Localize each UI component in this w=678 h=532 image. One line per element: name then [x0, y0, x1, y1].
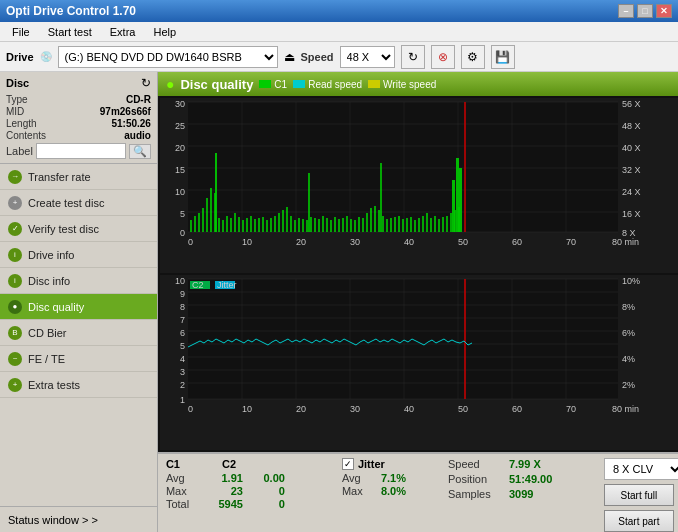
svg-rect-42 — [286, 207, 288, 232]
sidebar-item-disc-info[interactable]: i Disc info — [0, 268, 157, 294]
menu-help[interactable]: Help — [145, 24, 184, 40]
avg-c1: 1.91 — [205, 472, 243, 484]
disc-label-input[interactable] — [36, 143, 126, 159]
close-button[interactable]: ✕ — [656, 4, 672, 18]
menu-extra[interactable]: Extra — [102, 24, 144, 40]
extra-tests-icon: + — [8, 378, 22, 392]
status-window-row[interactable]: Status window > > — [0, 506, 157, 532]
svg-text:80 min: 80 min — [612, 404, 639, 414]
sidebar-item-fe-te[interactable]: ~ FE / TE — [0, 346, 157, 372]
verify-test-disc-label: Verify test disc — [28, 223, 99, 235]
save-button[interactable]: 💾 — [491, 45, 515, 69]
svg-text:7: 7 — [180, 315, 185, 325]
minimize-button[interactable]: – — [618, 4, 634, 18]
svg-text:20: 20 — [296, 404, 306, 414]
sidebar-item-cd-bier[interactable]: B CD Bier — [0, 320, 157, 346]
svg-text:10: 10 — [175, 187, 185, 197]
svg-rect-63 — [370, 208, 372, 232]
svg-text:4: 4 — [180, 354, 185, 364]
svg-rect-38 — [270, 218, 272, 232]
disc-label-search-icon[interactable]: 🔍 — [129, 144, 151, 159]
jitter-header-label: Jitter — [358, 458, 385, 470]
position-stat-val: 51:49.00 — [509, 473, 552, 485]
drive-info-icon: i — [8, 248, 22, 262]
svg-rect-2 — [188, 102, 618, 232]
svg-rect-74 — [414, 220, 416, 232]
refresh-button[interactable]: ↻ — [401, 45, 425, 69]
jitter-avg-label: Avg — [342, 472, 377, 484]
svg-rect-69 — [394, 217, 396, 232]
svg-text:30: 30 — [175, 99, 185, 109]
verify-test-disc-icon: ✓ — [8, 222, 22, 236]
drive-select[interactable]: (G:) BENQ DVD DD DW1640 BSRB — [58, 46, 278, 68]
menu-file[interactable]: File — [4, 24, 38, 40]
speed-stat-val: 7.99 X — [509, 458, 541, 470]
svg-text:2%: 2% — [622, 380, 635, 390]
svg-text:40 X: 40 X — [622, 143, 641, 153]
disc-label-row: Label 🔍 — [6, 143, 151, 159]
svg-rect-91 — [380, 163, 382, 232]
sidebar-item-transfer-rate[interactable]: → Transfer rate — [0, 164, 157, 190]
speed-select[interactable]: 48 X — [340, 46, 395, 68]
svg-text:50: 50 — [458, 404, 468, 414]
svg-rect-66 — [382, 216, 384, 232]
jitter-checkbox[interactable]: ✓ — [342, 458, 354, 470]
svg-rect-31 — [242, 220, 244, 232]
menu-start-test[interactable]: Start test — [40, 24, 100, 40]
svg-rect-57 — [346, 216, 348, 232]
disc-type-value: CD-R — [126, 94, 151, 105]
sidebar: Disc ↻ Type CD-R MID 97m26s66f Length 51… — [0, 72, 158, 532]
disc-label-label: Label — [6, 145, 33, 157]
legend-read-label: Read speed — [308, 79, 362, 90]
position-stat-label: Position — [448, 473, 503, 485]
disc-mid-label: MID — [6, 106, 24, 117]
svg-rect-41 — [282, 210, 284, 232]
start-full-button[interactable]: Start full — [604, 484, 674, 506]
create-test-disc-icon: + — [8, 196, 22, 210]
svg-rect-33 — [250, 216, 252, 232]
svg-rect-28 — [230, 218, 232, 232]
svg-rect-35 — [258, 218, 260, 232]
svg-text:56 X: 56 X — [622, 99, 641, 109]
disc-length-value: 51:50.26 — [111, 118, 150, 129]
sidebar-item-create-test-disc[interactable]: + Create test disc — [0, 190, 157, 216]
erase-button[interactable]: ⊗ — [431, 45, 455, 69]
svg-rect-55 — [338, 219, 340, 232]
svg-rect-30 — [238, 217, 240, 232]
svg-rect-26 — [222, 220, 224, 232]
svg-rect-36 — [262, 217, 264, 232]
sidebar-item-verify-test-disc[interactable]: ✓ Verify test disc — [0, 216, 157, 242]
disc-quality-label: Disc quality — [28, 301, 84, 313]
svg-rect-48 — [310, 217, 312, 232]
start-part-button[interactable]: Start part — [604, 510, 674, 532]
sidebar-item-extra-tests[interactable]: + Extra tests — [0, 372, 157, 398]
sidebar-item-disc-quality[interactable]: ● Disc quality — [0, 294, 157, 320]
svg-rect-47 — [306, 220, 308, 232]
sidebar-item-drive-info[interactable]: i Drive info — [0, 242, 157, 268]
fe-te-label: FE / TE — [28, 353, 65, 365]
svg-rect-73 — [410, 217, 412, 232]
speed-clv-dropdown[interactable]: 8 X CLV — [604, 458, 678, 480]
settings-button[interactable]: ⚙ — [461, 45, 485, 69]
maximize-button[interactable]: □ — [637, 4, 653, 18]
disc-refresh-icon[interactable]: ↻ — [141, 76, 151, 90]
disc-quality-header-icon: ● — [166, 76, 174, 92]
c2-header: C2 — [222, 458, 236, 470]
cd-bier-label: CD Bier — [28, 327, 67, 339]
svg-text:6%: 6% — [622, 328, 635, 338]
svg-rect-29 — [234, 213, 236, 232]
svg-text:9: 9 — [180, 289, 185, 299]
legend-c1-label: C1 — [274, 79, 287, 90]
svg-rect-60 — [358, 217, 360, 232]
c1-chart: 30 25 20 15 10 5 0 0 10 20 30 40 50 60 7… — [160, 98, 678, 273]
svg-rect-72 — [406, 218, 408, 232]
action-buttons: 8 X CLV Start full Start part — [604, 458, 678, 532]
svg-rect-82 — [446, 216, 448, 232]
svg-rect-34 — [254, 219, 256, 232]
disc-length-row: Length 51:50.26 — [6, 118, 151, 129]
app-title: Opti Drive Control 1.70 — [6, 4, 136, 18]
avg-label: Avg — [166, 472, 201, 484]
legend-read-speed: Read speed — [293, 79, 362, 90]
svg-text:70: 70 — [566, 237, 576, 247]
svg-rect-58 — [350, 219, 352, 232]
